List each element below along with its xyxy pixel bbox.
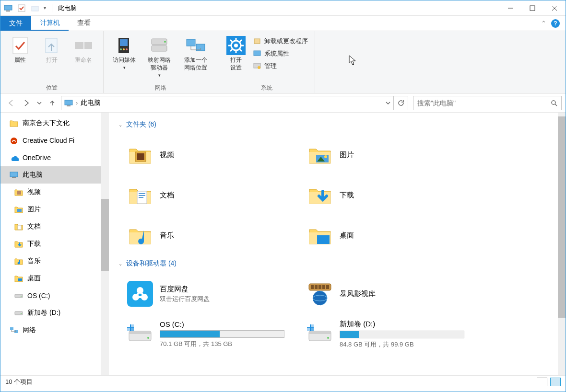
tile-label: 图片 (340, 150, 474, 160)
maximize-button[interactable] (521, 0, 543, 16)
svg-rect-91 (307, 328, 310, 331)
sidebar-item[interactable]: 图片 (0, 201, 101, 218)
sidebar-item-label: 网络 (23, 326, 36, 334)
device-tile[interactable]: OS (C:)70.1 GB 可用，共 135 GB (115, 314, 295, 354)
docs-icon (14, 222, 24, 231)
video-icon (14, 188, 24, 196)
sidebar-item[interactable]: OneDrive (0, 149, 101, 166)
svg-rect-11 (84, 42, 92, 49)
baidu-icon (127, 281, 153, 307)
details-view-button[interactable] (537, 378, 547, 386)
sidebar-item[interactable]: 网络 (0, 322, 101, 339)
sidebar-item[interactable]: 此电脑 (0, 166, 101, 184)
network-icon (9, 326, 19, 334)
svg-point-79 (147, 337, 149, 339)
svg-rect-89 (307, 324, 310, 327)
folder-tile[interactable]: 下载 (295, 175, 474, 215)
navigation-pane: 南京合天下文化Creative Cloud FiOneDrive此电脑视频图片文… (0, 113, 101, 375)
open-settings-button[interactable]: 打开 设置 (222, 33, 250, 83)
collapse-ribbon-icon[interactable]: ⌃ (541, 20, 546, 27)
tab-computer[interactable]: 计算机 (31, 16, 69, 31)
tiles-view-button[interactable] (550, 378, 561, 386)
sidebar-item[interactable]: 桌面 (0, 270, 101, 287)
tile-label: 暴风影视库 (340, 289, 474, 299)
search-icon[interactable] (551, 100, 557, 106)
minimize-button[interactable] (499, 0, 521, 16)
svg-rect-90 (311, 324, 314, 327)
search-box[interactable] (413, 96, 562, 110)
svg-point-59 (324, 155, 327, 158)
breadcrumb-item[interactable]: 此电脑 (81, 99, 101, 107)
folder-tile[interactable]: 图片 (295, 135, 474, 175)
forward-button[interactable] (20, 96, 33, 110)
access-media-button[interactable]: 访问媒体▾ (107, 33, 141, 83)
onedrive-icon (9, 153, 19, 162)
open-button: 打开 (36, 33, 68, 83)
svg-rect-5 (530, 6, 535, 11)
address-dropdown-icon[interactable] (386, 101, 390, 105)
device-tile[interactable]: 新加卷 (D:)84.8 GB 可用，共 99.9 GB (295, 314, 474, 354)
manage-icon (253, 62, 261, 70)
system-properties-button[interactable]: 系统属性 (250, 47, 311, 60)
sidebar-item[interactable]: 新加卷 (D:) (0, 304, 101, 322)
sidebar-item[interactable]: Creative Cloud Fi (0, 132, 101, 149)
sidebar-item[interactable]: OS (C:) (0, 287, 101, 304)
qat-dropdown-icon[interactable]: ▾ (44, 5, 46, 11)
svg-rect-20 (187, 39, 195, 46)
svg-point-52 (21, 313, 22, 314)
folder-tile[interactable]: 视频 (115, 135, 295, 175)
sidebar-scrollbar[interactable] (101, 113, 109, 375)
svg-point-15 (123, 48, 125, 50)
refresh-button[interactable] (394, 96, 408, 110)
tile-label: 视频 (160, 150, 295, 160)
music-icon (14, 257, 24, 265)
tile-subtitle: 70.1 GB 可用，共 135 GB (160, 340, 295, 348)
up-button[interactable] (46, 96, 59, 110)
svg-rect-48 (18, 278, 22, 281)
device-tile[interactable]: 百度网盘双击运行百度网盘 (115, 274, 295, 314)
content-scrollbar[interactable] (558, 113, 566, 375)
sidebar-item-label: OneDrive (23, 154, 51, 161)
tile-subtitle: 84.8 GB 可用，共 99.9 GB (340, 340, 474, 349)
add-network-location-button[interactable]: 添加一个 网络位置 (177, 33, 214, 83)
folders-group-header[interactable]: ⌄ 文件夹 (6) (118, 120, 560, 129)
folder-tile[interactable]: 文档 (115, 175, 295, 215)
item-count: 10 个项目 (5, 378, 33, 386)
svg-rect-2 (18, 5, 25, 12)
recent-locations-button[interactable] (35, 96, 44, 110)
group-system-label: 系统 (222, 83, 311, 92)
drive-icon (307, 321, 333, 347)
properties-qat-icon[interactable] (17, 3, 26, 13)
group-location-label: 位置 (4, 83, 99, 92)
drive-icon (14, 291, 24, 300)
svg-rect-37 (65, 100, 72, 105)
file-tab[interactable]: 文件 (0, 16, 31, 31)
sidebar-item-label: 新加卷 (D:) (27, 309, 60, 317)
address-bar[interactable]: › 此电脑 (61, 96, 394, 110)
devices-group-header[interactable]: ⌄ 设备和驱动器 (4) (118, 259, 560, 268)
tile-label: 音乐 (160, 231, 295, 240)
sidebar-item[interactable]: 南京合天下文化 (0, 115, 101, 132)
tile-label: 新加卷 (D:) (340, 320, 474, 329)
back-button[interactable] (4, 96, 18, 110)
folder-qat-icon[interactable] (30, 3, 40, 13)
manage-button[interactable]: 管理 (250, 60, 311, 72)
device-tile[interactable]: 暴风影视库 (295, 274, 474, 314)
sidebar-item[interactable]: 下载 (0, 235, 101, 253)
svg-rect-8 (13, 37, 27, 54)
uninstall-programs-button[interactable]: 卸载或更改程序 (250, 35, 311, 47)
drive-icon (14, 309, 24, 317)
close-button[interactable] (543, 0, 566, 16)
properties-button[interactable]: 属性 (4, 33, 36, 83)
folder-tile[interactable]: 桌面 (295, 215, 474, 255)
map-network-drive-button[interactable]: 映射网络 驱动器▾ (141, 33, 177, 83)
sidebar-item[interactable]: 视频 (0, 184, 101, 201)
svg-rect-46 (18, 225, 21, 230)
help-icon[interactable]: ? (551, 19, 560, 28)
sidebar-item[interactable]: 音乐 (0, 253, 101, 270)
svg-point-16 (126, 48, 128, 50)
sidebar-item[interactable]: 文档 (0, 218, 101, 235)
tab-view[interactable]: 查看 (69, 16, 99, 31)
folder-tile[interactable]: 音乐 (115, 215, 295, 255)
search-input[interactable] (417, 99, 551, 107)
